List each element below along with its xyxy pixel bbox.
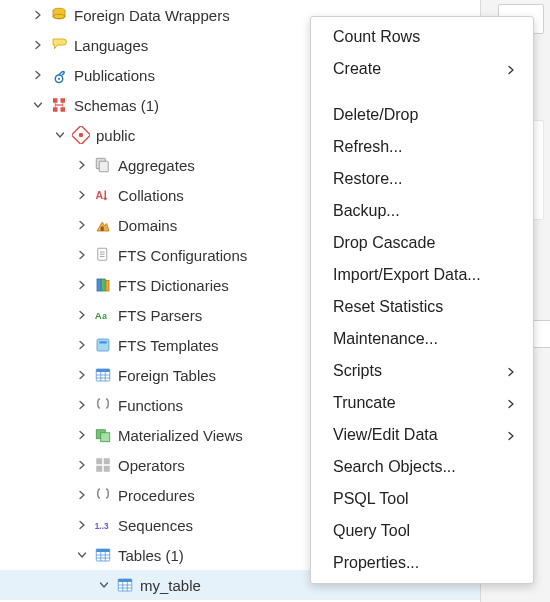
chevron-right-icon[interactable] [74,427,90,443]
menu-item-label: Query Tool [333,522,410,540]
tree-item-label: Sequences [118,517,193,534]
agg-icon [94,156,112,174]
chevron-right-icon [505,64,515,74]
svg-rect-5 [61,98,66,103]
menu-item-label: Maintenance... [333,330,438,348]
svg-rect-11 [99,161,108,172]
svg-text:1..3: 1..3 [95,522,109,531]
mview-icon [94,426,112,444]
menu-item-label: Count Rows [333,28,420,46]
menu-item-label: Truncate [333,394,396,412]
svg-rect-20 [97,339,109,351]
svg-rect-27 [104,458,110,464]
ftable-icon [94,366,112,384]
chevron-right-icon[interactable] [74,217,90,233]
dict-icon [94,276,112,294]
chevron-down-icon[interactable] [52,127,68,143]
menu-item-label: Scripts [333,362,382,380]
menu-item[interactable]: PSQL Tool [311,483,533,515]
menu-item-label: Restore... [333,170,402,188]
tree-item-label: Operators [118,457,185,474]
chevron-down-icon[interactable] [74,547,90,563]
dom-icon [94,216,112,234]
pub-icon [50,66,68,84]
chevron-right-icon[interactable] [30,67,46,83]
menu-item-label: Search Objects... [333,458,456,476]
menu-item[interactable]: Scripts [311,355,533,387]
chevron-right-icon[interactable] [74,367,90,383]
svg-text:A: A [95,310,102,321]
menu-item-label: Drop Cascade [333,234,435,252]
menu-separator [311,85,533,99]
tree-item-label: FTS Configurations [118,247,247,264]
menu-item[interactable]: Properties... [311,547,533,579]
coll-icon: A [94,186,112,204]
svg-rect-25 [101,433,110,442]
public-icon [72,126,90,144]
chevron-right-icon[interactable] [74,187,90,203]
chevron-right-icon[interactable] [74,337,90,353]
svg-rect-21 [99,341,107,343]
menu-item[interactable]: Refresh... [311,131,533,163]
menu-item[interactable]: Create [311,53,533,85]
svg-text:a: a [102,312,107,321]
menu-item-label: Reset Statistics [333,298,443,316]
chevron-right-icon[interactable] [74,397,90,413]
tree-item-label: Collations [118,187,184,204]
chevron-right-icon[interactable] [74,307,90,323]
func-icon [94,396,112,414]
tree-item-label: Schemas (1) [74,97,159,114]
menu-item[interactable]: Reset Statistics [311,291,533,323]
aa-icon: Aa [94,306,112,324]
menu-item[interactable]: Restore... [311,163,533,195]
svg-point-9 [79,133,84,138]
svg-rect-34 [118,579,132,582]
svg-rect-15 [97,279,101,291]
chevron-down-icon[interactable] [96,577,112,593]
menu-item[interactable]: Search Objects... [311,451,533,483]
svg-rect-26 [96,458,102,464]
svg-rect-32 [96,549,110,552]
doc-icon [94,246,112,264]
menu-item[interactable]: Import/Export Data... [311,259,533,291]
chevron-right-icon[interactable] [74,247,90,263]
menu-item[interactable]: Count Rows [311,21,533,53]
svg-point-3 [58,78,60,80]
table-icon [116,576,134,594]
chevron-right-icon[interactable] [74,517,90,533]
menu-item-label: PSQL Tool [333,490,409,508]
svg-rect-16 [102,279,106,291]
tree-item-label: Domains [118,217,177,234]
tree-item-label: FTS Templates [118,337,219,354]
svg-rect-28 [96,466,102,472]
chevron-right-icon[interactable] [74,457,90,473]
svg-rect-23 [96,369,110,372]
menu-item[interactable]: Backup... [311,195,533,227]
tree-item-label: Foreign Data Wrappers [74,7,230,24]
menu-item[interactable]: Truncate [311,387,533,419]
tree-item-label: Aggregates [118,157,195,174]
menu-item[interactable]: Delete/Drop [311,99,533,131]
chevron-right-icon[interactable] [30,37,46,53]
menu-item-label: Import/Export Data... [333,266,481,284]
tree-item-label: FTS Dictionaries [118,277,229,294]
chevron-right-icon[interactable] [74,157,90,173]
tree-item-label: Functions [118,397,183,414]
chevron-right-icon[interactable] [30,7,46,23]
chevron-right-icon [505,398,515,408]
ops-icon [94,456,112,474]
table-icon [94,546,112,564]
seq-icon: 1..3 [94,516,112,534]
chevron-right-icon[interactable] [74,277,90,293]
menu-item[interactable]: Drop Cascade [311,227,533,259]
tree-item-label: my_table [140,577,201,594]
context-menu[interactable]: Count RowsCreateDelete/DropRefresh...Res… [310,16,534,584]
proc-icon [94,486,112,504]
menu-item[interactable]: View/Edit Data [311,419,533,451]
menu-item[interactable]: Query Tool [311,515,533,547]
chevron-right-icon[interactable] [74,487,90,503]
chevron-down-icon[interactable] [30,97,46,113]
svg-rect-29 [104,466,110,472]
chevron-right-icon [505,366,515,376]
menu-item[interactable]: Maintenance... [311,323,533,355]
